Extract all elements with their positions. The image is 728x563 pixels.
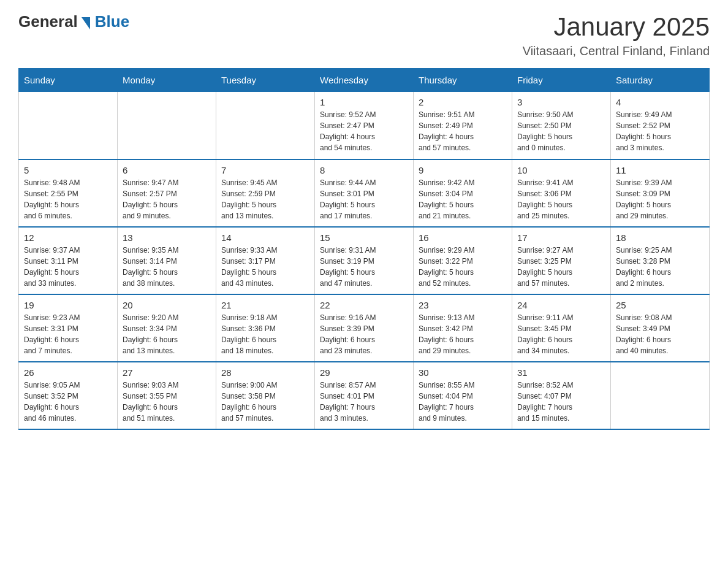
day-number: 1 <box>320 97 408 107</box>
day-info: Sunrise: 9:42 AM Sunset: 3:04 PM Dayligh… <box>419 177 507 221</box>
calendar-cell: 22Sunrise: 9:16 AM Sunset: 3:39 PM Dayli… <box>315 294 414 362</box>
header-friday: Friday <box>512 69 611 92</box>
day-info: Sunrise: 9:20 AM Sunset: 3:34 PM Dayligh… <box>123 312 211 356</box>
logo-text-general: General <box>18 12 78 31</box>
header-right: January 2025 Viitasaari, Central Finland… <box>523 12 710 58</box>
calendar-cell: 8Sunrise: 9:44 AM Sunset: 3:01 PM Daylig… <box>315 159 414 227</box>
calendar-cell: 10Sunrise: 9:41 AM Sunset: 3:06 PM Dayli… <box>512 159 611 227</box>
calendar-cell: 5Sunrise: 9:48 AM Sunset: 2:55 PM Daylig… <box>19 159 118 227</box>
day-number: 16 <box>419 232 507 243</box>
week-row-1: 1Sunrise: 9:52 AM Sunset: 2:47 PM Daylig… <box>19 92 710 159</box>
calendar-cell: 2Sunrise: 9:51 AM Sunset: 2:49 PM Daylig… <box>414 92 512 159</box>
logo-triangle-icon <box>82 17 90 29</box>
day-info: Sunrise: 9:13 AM Sunset: 3:42 PM Dayligh… <box>419 312 507 356</box>
day-number: 25 <box>616 300 704 310</box>
month-title: January 2025 <box>523 12 710 42</box>
day-info: Sunrise: 9:51 AM Sunset: 2:49 PM Dayligh… <box>419 109 507 153</box>
calendar-cell: 14Sunrise: 9:33 AM Sunset: 3:17 PM Dayli… <box>216 227 315 294</box>
day-info: Sunrise: 9:27 AM Sunset: 3:25 PM Dayligh… <box>517 245 605 289</box>
header-sunday: Sunday <box>19 69 118 92</box>
calendar-cell: 23Sunrise: 9:13 AM Sunset: 3:42 PM Dayli… <box>414 294 512 362</box>
calendar-cell: 29Sunrise: 8:57 AM Sunset: 4:01 PM Dayli… <box>315 362 414 429</box>
calendar-cell: 12Sunrise: 9:37 AM Sunset: 3:11 PM Dayli… <box>19 227 118 294</box>
calendar-cell: 1Sunrise: 9:52 AM Sunset: 2:47 PM Daylig… <box>315 92 414 159</box>
day-number: 6 <box>123 165 211 175</box>
day-number: 15 <box>320 232 408 243</box>
day-number: 29 <box>320 367 408 378</box>
calendar-cell: 28Sunrise: 9:00 AM Sunset: 3:58 PM Dayli… <box>216 362 315 429</box>
day-info: Sunrise: 9:23 AM Sunset: 3:31 PM Dayligh… <box>24 312 112 356</box>
day-info: Sunrise: 9:47 AM Sunset: 2:57 PM Dayligh… <box>123 177 211 221</box>
day-number: 3 <box>517 97 605 107</box>
calendar-cell: 16Sunrise: 9:29 AM Sunset: 3:22 PM Dayli… <box>414 227 512 294</box>
week-row-4: 19Sunrise: 9:23 AM Sunset: 3:31 PM Dayli… <box>19 294 710 362</box>
day-number: 10 <box>517 165 605 175</box>
day-info: Sunrise: 9:16 AM Sunset: 3:39 PM Dayligh… <box>320 312 408 356</box>
day-number: 20 <box>123 300 211 310</box>
day-info: Sunrise: 9:11 AM Sunset: 3:45 PM Dayligh… <box>517 312 605 356</box>
calendar-cell: 26Sunrise: 9:05 AM Sunset: 3:52 PM Dayli… <box>19 362 118 429</box>
calendar-cell: 6Sunrise: 9:47 AM Sunset: 2:57 PM Daylig… <box>118 159 216 227</box>
week-row-5: 26Sunrise: 9:05 AM Sunset: 3:52 PM Dayli… <box>19 362 710 429</box>
day-info: Sunrise: 9:49 AM Sunset: 2:52 PM Dayligh… <box>616 109 704 153</box>
calendar-cell: 24Sunrise: 9:11 AM Sunset: 3:45 PM Dayli… <box>512 294 611 362</box>
calendar-cell: 25Sunrise: 9:08 AM Sunset: 3:49 PM Dayli… <box>611 294 710 362</box>
day-info: Sunrise: 9:52 AM Sunset: 2:47 PM Dayligh… <box>320 109 408 153</box>
header-saturday: Saturday <box>611 69 710 92</box>
day-number: 9 <box>419 165 507 175</box>
calendar-cell: 17Sunrise: 9:27 AM Sunset: 3:25 PM Dayli… <box>512 227 611 294</box>
day-number: 31 <box>517 367 605 378</box>
day-number: 21 <box>221 300 309 310</box>
header-tuesday: Tuesday <box>216 69 315 92</box>
day-number: 27 <box>123 367 211 378</box>
calendar-cell: 19Sunrise: 9:23 AM Sunset: 3:31 PM Dayli… <box>19 294 118 362</box>
location: Viitasaari, Central Finland, Finland <box>523 44 710 58</box>
day-number: 24 <box>517 300 605 310</box>
header-wednesday: Wednesday <box>315 69 414 92</box>
day-info: Sunrise: 9:29 AM Sunset: 3:22 PM Dayligh… <box>419 245 507 289</box>
calendar-cell: 11Sunrise: 9:39 AM Sunset: 3:09 PM Dayli… <box>611 159 710 227</box>
week-row-3: 12Sunrise: 9:37 AM Sunset: 3:11 PM Dayli… <box>19 227 710 294</box>
day-info: Sunrise: 9:33 AM Sunset: 3:17 PM Dayligh… <box>221 245 309 289</box>
day-number: 8 <box>320 165 408 175</box>
day-info: Sunrise: 9:48 AM Sunset: 2:55 PM Dayligh… <box>24 177 112 221</box>
header-monday: Monday <box>118 69 216 92</box>
day-info: Sunrise: 9:37 AM Sunset: 3:11 PM Dayligh… <box>24 245 112 289</box>
day-info: Sunrise: 9:44 AM Sunset: 3:01 PM Dayligh… <box>320 177 408 221</box>
calendar-cell <box>19 92 118 159</box>
day-info: Sunrise: 9:41 AM Sunset: 3:06 PM Dayligh… <box>517 177 605 221</box>
calendar-cell: 13Sunrise: 9:35 AM Sunset: 3:14 PM Dayli… <box>118 227 216 294</box>
day-number: 14 <box>221 232 309 243</box>
day-number: 5 <box>24 165 112 175</box>
day-info: Sunrise: 9:50 AM Sunset: 2:50 PM Dayligh… <box>517 109 605 153</box>
calendar-cell: 4Sunrise: 9:49 AM Sunset: 2:52 PM Daylig… <box>611 92 710 159</box>
day-number: 19 <box>24 300 112 310</box>
day-number: 26 <box>24 367 112 378</box>
calendar-cell: 15Sunrise: 9:31 AM Sunset: 3:19 PM Dayli… <box>315 227 414 294</box>
header-row: SundayMondayTuesdayWednesdayThursdayFrid… <box>19 69 710 92</box>
day-info: Sunrise: 8:55 AM Sunset: 4:04 PM Dayligh… <box>419 380 507 424</box>
day-info: Sunrise: 9:08 AM Sunset: 3:49 PM Dayligh… <box>616 312 704 356</box>
calendar-cell: 18Sunrise: 9:25 AM Sunset: 3:28 PM Dayli… <box>611 227 710 294</box>
day-info: Sunrise: 9:00 AM Sunset: 3:58 PM Dayligh… <box>221 380 309 424</box>
calendar-cell <box>216 92 315 159</box>
calendar-cell: 3Sunrise: 9:50 AM Sunset: 2:50 PM Daylig… <box>512 92 611 159</box>
day-info: Sunrise: 8:52 AM Sunset: 4:07 PM Dayligh… <box>517 380 605 424</box>
day-info: Sunrise: 9:39 AM Sunset: 3:09 PM Dayligh… <box>616 177 704 221</box>
day-info: Sunrise: 8:57 AM Sunset: 4:01 PM Dayligh… <box>320 380 408 424</box>
calendar-cell: 27Sunrise: 9:03 AM Sunset: 3:55 PM Dayli… <box>118 362 216 429</box>
day-info: Sunrise: 9:31 AM Sunset: 3:19 PM Dayligh… <box>320 245 408 289</box>
calendar-cell: 7Sunrise: 9:45 AM Sunset: 2:59 PM Daylig… <box>216 159 315 227</box>
day-info: Sunrise: 9:18 AM Sunset: 3:36 PM Dayligh… <box>221 312 309 356</box>
calendar-cell <box>118 92 216 159</box>
calendar-cell: 21Sunrise: 9:18 AM Sunset: 3:36 PM Dayli… <box>216 294 315 362</box>
day-info: Sunrise: 9:03 AM Sunset: 3:55 PM Dayligh… <box>123 380 211 424</box>
day-number: 4 <box>616 97 704 107</box>
page-header: General Blue January 2025 Viitasaari, Ce… <box>18 12 710 58</box>
day-number: 22 <box>320 300 408 310</box>
day-number: 2 <box>419 97 507 107</box>
day-number: 18 <box>616 232 704 243</box>
calendar-table: SundayMondayTuesdayWednesdayThursdayFrid… <box>18 68 710 430</box>
day-number: 13 <box>123 232 211 243</box>
day-info: Sunrise: 9:05 AM Sunset: 3:52 PM Dayligh… <box>24 380 112 424</box>
